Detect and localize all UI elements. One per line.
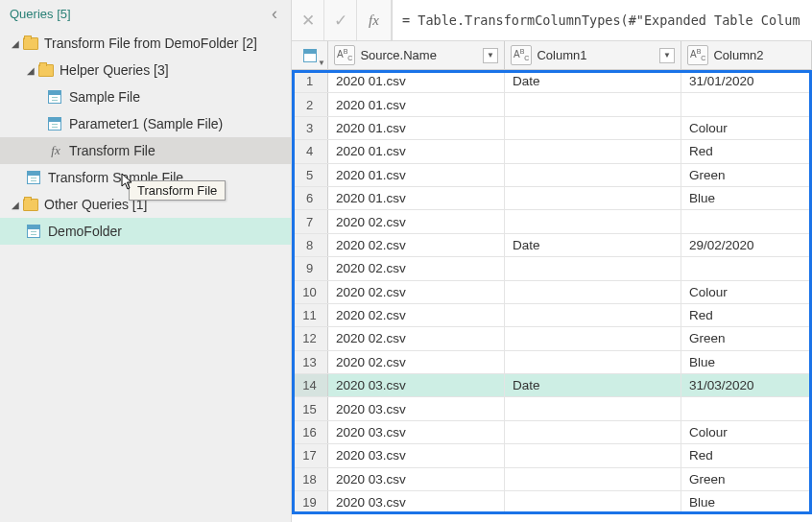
row-header[interactable]: 13 xyxy=(292,351,328,373)
row-header[interactable]: 17 xyxy=(292,444,328,466)
row-header[interactable]: 4 xyxy=(292,140,328,162)
collapse-panel-button[interactable]: ‹ xyxy=(266,4,283,24)
cell[interactable] xyxy=(505,117,681,139)
cell[interactable]: 29/02/2020 xyxy=(681,234,812,256)
row-header[interactable]: 19 xyxy=(292,491,328,513)
row-header[interactable]: 10 xyxy=(292,281,328,303)
cell[interactable]: Blue xyxy=(681,351,812,373)
cancel-formula-button[interactable]: ✕ xyxy=(292,0,324,40)
cell[interactable]: 2020 02.csv xyxy=(328,327,505,349)
cell[interactable] xyxy=(505,491,681,513)
table-row[interactable]: 112020 02.csvRed xyxy=(292,304,812,327)
table-row[interactable]: 42020 01.csvRed xyxy=(292,140,812,163)
table-row[interactable]: 192020 03.csvBlue xyxy=(292,491,812,514)
table-row[interactable]: 172020 03.csvRed xyxy=(292,444,812,467)
cell[interactable]: 2020 03.csv xyxy=(328,444,505,466)
cell[interactable]: Date xyxy=(505,234,681,256)
fx-icon[interactable]: fx xyxy=(357,0,392,40)
filter-dropdown-button[interactable]: ▼ xyxy=(483,48,498,63)
tree-item-sample-file[interactable]: Sample File xyxy=(0,83,291,110)
row-header[interactable]: 18 xyxy=(292,468,328,490)
table-row[interactable]: 82020 02.csvDate29/02/2020 xyxy=(292,234,812,257)
cell[interactable] xyxy=(505,281,681,303)
cell[interactable]: 2020 02.csv xyxy=(328,304,505,326)
cell[interactable]: Colour xyxy=(681,281,812,303)
row-header[interactable]: 2 xyxy=(292,93,328,115)
table-row[interactable]: 142020 03.csvDate31/03/2020 xyxy=(292,374,812,397)
cell[interactable]: 2020 01.csv xyxy=(328,93,505,115)
row-header[interactable]: 14 xyxy=(292,374,328,396)
row-header[interactable]: 9 xyxy=(292,257,328,279)
table-row[interactable]: 92020 02.csv xyxy=(292,257,812,280)
cell[interactable]: 2020 02.csv xyxy=(328,281,505,303)
table-row[interactable]: 32020 01.csvColour xyxy=(292,117,812,140)
cell[interactable] xyxy=(505,257,681,279)
table-row[interactable]: 22020 01.csv xyxy=(292,93,812,116)
tree-group-helper-queries[interactable]: ◢ Helper Queries [3] xyxy=(0,57,291,83)
filter-dropdown-button[interactable]: ▼ xyxy=(659,48,675,63)
formula-input[interactable]: = Table.TransformColumnTypes(#"Expanded … xyxy=(392,0,812,40)
tree-item-demofolder[interactable]: DemoFolder xyxy=(0,218,291,245)
cell[interactable]: 2020 01.csv xyxy=(328,164,505,186)
cell[interactable]: 31/03/2020 xyxy=(681,374,812,396)
row-header[interactable]: 3 xyxy=(292,117,328,139)
column-header-source-name[interactable]: ABC Source.Name ▼ xyxy=(328,41,505,69)
cell[interactable]: Colour xyxy=(681,421,812,443)
table-row[interactable]: 62020 01.csvBlue xyxy=(292,187,812,210)
cell[interactable]: 2020 01.csv xyxy=(328,187,505,209)
cell[interactable] xyxy=(505,421,681,443)
table-row[interactable]: 132020 02.csvBlue xyxy=(292,351,812,374)
cell[interactable]: Red xyxy=(681,140,812,162)
row-header[interactable]: 6 xyxy=(292,187,328,209)
cell[interactable]: Green xyxy=(681,327,812,349)
cell[interactable] xyxy=(681,257,812,279)
cell[interactable]: Colour xyxy=(681,117,812,139)
cell[interactable] xyxy=(505,304,681,326)
tree-group-transform-file-from-demofolder[interactable]: ◢ Transform File from DemoFolder [2] xyxy=(0,30,291,57)
cell[interactable]: 2020 02.csv xyxy=(328,210,505,232)
cell[interactable]: 2020 01.csv xyxy=(328,140,505,162)
row-header[interactable]: 12 xyxy=(292,327,328,349)
cell[interactable]: 2020 03.csv xyxy=(328,491,505,513)
table-row[interactable]: 122020 02.csvGreen xyxy=(292,327,812,350)
row-header[interactable]: 11 xyxy=(292,304,328,326)
cell[interactable] xyxy=(505,327,681,349)
cell[interactable]: 2020 02.csv xyxy=(328,257,505,279)
cell[interactable]: Date xyxy=(505,70,681,92)
column-header-column2[interactable]: ABC Column2 xyxy=(681,41,812,69)
select-all-header[interactable]: ▼ xyxy=(292,41,328,69)
cell[interactable]: Blue xyxy=(681,187,812,209)
cell[interactable]: 2020 01.csv xyxy=(328,70,505,92)
table-row[interactable]: 72020 02.csv xyxy=(292,210,812,233)
row-header[interactable]: 7 xyxy=(292,210,328,232)
row-header[interactable]: 8 xyxy=(292,234,328,256)
cell[interactable] xyxy=(681,397,812,419)
table-row[interactable]: 152020 03.csv xyxy=(292,397,812,420)
row-header[interactable]: 16 xyxy=(292,421,328,443)
cell[interactable]: 2020 03.csv xyxy=(328,397,505,419)
table-row[interactable]: 102020 02.csvColour xyxy=(292,281,812,304)
cell[interactable]: 2020 03.csv xyxy=(328,374,505,396)
cell[interactable]: 2020 03.csv xyxy=(328,421,505,443)
cell[interactable]: Red xyxy=(681,444,812,466)
table-row[interactable]: 52020 01.csvGreen xyxy=(292,164,812,187)
cell[interactable] xyxy=(681,210,812,232)
cell[interactable] xyxy=(505,351,681,373)
cell[interactable]: 31/01/2020 xyxy=(681,70,812,92)
cell[interactable]: Date xyxy=(505,374,681,396)
table-row[interactable]: 162020 03.csvColour xyxy=(292,421,812,444)
row-header[interactable]: 15 xyxy=(292,397,328,419)
row-header[interactable]: 5 xyxy=(292,164,328,186)
tree-item-transform-file[interactable]: fx Transform File xyxy=(0,137,291,164)
table-row[interactable]: 12020 01.csvDate31/01/2020 xyxy=(292,70,812,93)
cell[interactable]: Green xyxy=(681,468,812,490)
cell[interactable] xyxy=(505,187,681,209)
column-header-column1[interactable]: ABC Column1 ▼ xyxy=(505,41,681,69)
tree-item-parameter1[interactable]: Parameter1 (Sample File) xyxy=(0,110,291,137)
cell[interactable] xyxy=(505,210,681,232)
cell[interactable] xyxy=(505,140,681,162)
cell[interactable]: 2020 02.csv xyxy=(328,234,505,256)
cell[interactable]: Red xyxy=(681,304,812,326)
cell[interactable] xyxy=(505,444,681,466)
cell[interactable]: Green xyxy=(681,164,812,186)
